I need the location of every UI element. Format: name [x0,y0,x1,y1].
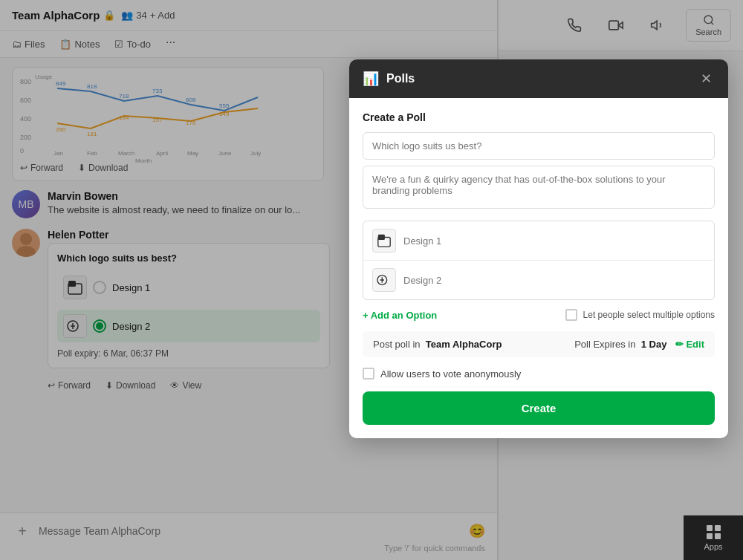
modal-actions-row: + Add an Option Let people select multip… [363,309,715,321]
anon-checkbox[interactable] [363,368,374,380]
option-2-input[interactable] [403,275,705,286]
create-poll-button[interactable]: Create [363,391,715,425]
modal-overlay: 📊 Polls ✕ Create a Poll [0,0,743,560]
close-modal-button[interactable]: ✕ [697,70,715,88]
poll-info-row: Post poll in Team AlphaCorp Poll Expires… [363,331,715,357]
poll-options-box [363,221,715,300]
option-1-input[interactable] [403,235,705,247]
create-poll-title: Create a Poll [363,111,715,123]
multi-select-row: Let people select multiple options [565,309,715,321]
option-logo-1 [372,229,396,253]
anon-label: Allow users to vote anonymously [380,368,521,380]
poll-description-input[interactable] [363,166,715,209]
poll-option-row-1 [363,221,714,261]
poll-title-input[interactable] [363,132,715,160]
anon-row: Allow users to vote anonymously [363,368,715,380]
post-in-label: Post poll in Team AlphaCorp [373,339,502,350]
option-logo-2 [372,268,396,292]
polls-icon: 📊 [363,71,379,87]
edit-expires-button[interactable]: ✏ Edit [675,339,704,350]
modal-title: Polls [386,72,690,85]
add-option-button[interactable]: + Add an Option [363,310,437,321]
modal-header: 📊 Polls ✕ [349,59,728,98]
multi-select-checkbox[interactable] [565,309,577,321]
modal-body: Create a Poll [349,98,728,438]
multi-select-label: Let people select multiple options [583,310,715,320]
poll-option-row-2 [363,261,714,299]
expires-label: Poll Expires in 1 Day [574,339,666,350]
edit-icon: ✏ [675,339,684,350]
svg-rect-36 [378,235,385,240]
polls-modal: 📊 Polls ✕ Create a Poll [349,59,728,438]
